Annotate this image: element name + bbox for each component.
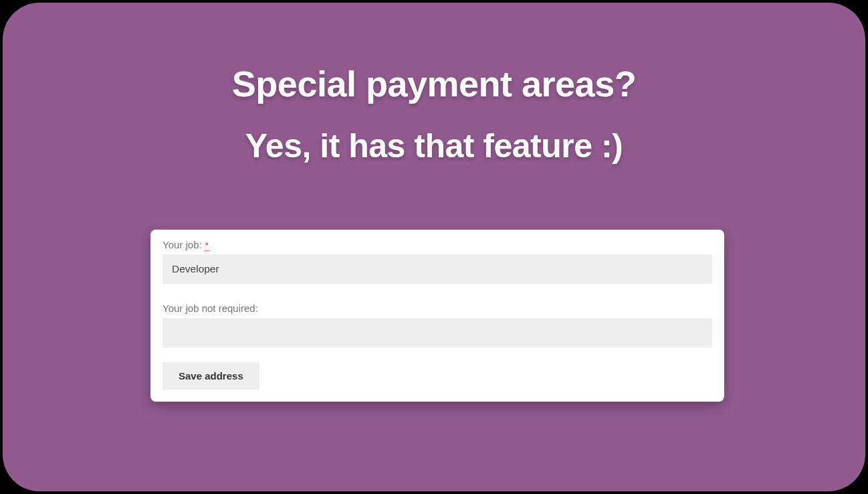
main-panel: Special payment areas? Yes, it has that …: [3, 3, 865, 491]
heading-block: Special payment areas? Yes, it has that …: [3, 3, 865, 165]
field-group-job-not-required: Your job not required:: [162, 303, 712, 347]
job-not-required-label: Your job not required:: [162, 303, 712, 314]
job-label-text: Your job:: [162, 239, 205, 250]
job-input[interactable]: [162, 254, 712, 284]
field-group-job: Your job: *: [162, 239, 712, 284]
required-asterisk-icon: *: [205, 240, 209, 251]
form-card: Your job: * Your job not required: Save …: [150, 230, 724, 402]
heading-line-2: Yes, it has that feature :): [3, 128, 865, 165]
job-not-required-input[interactable]: [162, 318, 712, 347]
save-address-button[interactable]: Save address: [162, 362, 259, 390]
job-label: Your job: *: [162, 239, 712, 250]
heading-line-1: Special payment areas?: [3, 64, 865, 104]
